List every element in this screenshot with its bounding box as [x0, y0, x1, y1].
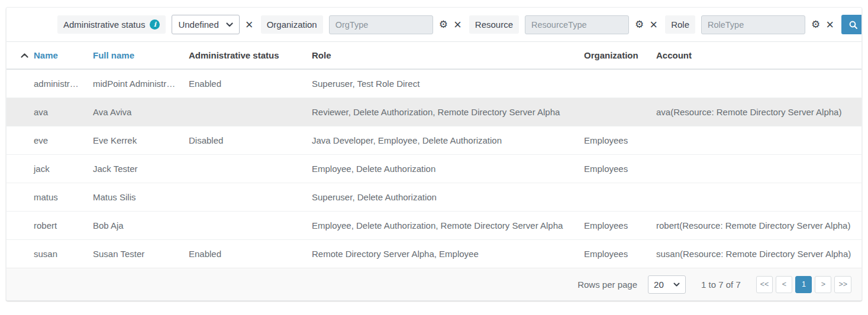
cell-account [651, 155, 861, 183]
close-icon[interactable]: × [454, 18, 462, 31]
cell-account [651, 69, 861, 98]
rows-per-page-label: Rows per page [577, 280, 637, 290]
cell-admin-status [184, 212, 307, 240]
cell-role: Java Developer, Employee, Delete Authori… [307, 126, 579, 155]
filter-label-text: Administrative status [63, 20, 145, 30]
cell-role: Reviewer, Delete Authorization, Remote D… [307, 98, 579, 126]
column-header-label: Account [656, 50, 692, 60]
rows-per-page-select[interactable]: 20 [648, 275, 686, 294]
cell-account [651, 183, 861, 212]
column-header-name[interactable]: Name [7, 42, 88, 69]
pagination-count-label: 1 to 7 of 7 [701, 280, 741, 290]
cell-organization [579, 183, 651, 212]
filter-label-text: Resource [475, 20, 513, 30]
column-header-label: Role [312, 50, 331, 60]
page-button[interactable]: << [756, 276, 773, 293]
user-table-body: administratormidPoint AdministratorEnabl… [7, 69, 861, 268]
users-panel: Administrative status i Undefined × Orga… [6, 7, 862, 301]
table-row[interactable]: jackJack TesterEmployee, Delete Authoriz… [7, 155, 861, 183]
column-header-account: Account [651, 42, 861, 69]
cell-full-name: Bob Aja [88, 212, 184, 240]
page-button[interactable]: > [815, 276, 831, 293]
cell-admin-status [184, 98, 307, 126]
close-icon[interactable]: × [650, 18, 657, 31]
cell-role: Employee, Delete Authorization, Remote D… [307, 212, 579, 240]
column-header-label: Administrative status [189, 50, 279, 60]
cell-name[interactable]: matus [7, 183, 88, 212]
search-button-group: Basic [841, 15, 862, 34]
cell-name[interactable]: susan [7, 240, 88, 268]
cell-admin-status: Enabled [184, 240, 307, 268]
chevron-down-icon [673, 282, 680, 287]
organization-filter-input[interactable] [329, 15, 433, 34]
cell-full-name: midPoint Administrator [88, 69, 184, 98]
cell-role: Remote Directory Server Alpha, Employee [307, 240, 579, 268]
cell-account [651, 126, 861, 155]
filter-resource: Resource ⚙ × [469, 15, 657, 34]
table-header-row: Name Full name Administrative status Rol… [7, 42, 861, 69]
page-button[interactable]: >> [834, 276, 851, 293]
cell-name[interactable]: robert [7, 212, 88, 240]
table-footer: Rows per page 20 1 to 7 of 7 <<<1>>> [7, 268, 861, 300]
cell-organization [579, 98, 651, 126]
column-header-role: Role [307, 42, 579, 69]
sort-ascending-icon [21, 53, 28, 58]
table-row[interactable]: avaAva AvivaReviewer, Delete Authorizati… [7, 98, 861, 126]
role-filter-input[interactable] [701, 15, 805, 34]
users-table: Name Full name Administrative status Rol… [7, 42, 861, 268]
table-row[interactable]: matusMatus SilisSuperuser, Delete Author… [7, 183, 861, 212]
cell-admin-status [184, 155, 307, 183]
table-row[interactable]: susanSusan TesterEnabledRemote Directory… [7, 240, 861, 268]
cell-account: susan(Resource: Remote Directory Server … [651, 240, 861, 268]
close-icon[interactable]: × [826, 18, 834, 31]
basic-search-button[interactable]: Basic [841, 15, 862, 34]
cell-admin-status: Disabled [184, 126, 307, 155]
resource-filter-input[interactable] [525, 15, 629, 34]
filter-label-text: Organization [267, 20, 317, 30]
administrative-status-select[interactable]: Undefined [172, 15, 239, 34]
filter-role-label: Role [665, 15, 695, 34]
administrative-status-select-value: Undefined [178, 20, 218, 30]
table-row[interactable]: administratormidPoint AdministratorEnabl… [7, 69, 861, 98]
cell-role: Superuser, Test Role Direct [307, 69, 579, 98]
cell-organization: Employees [579, 240, 651, 268]
page-button[interactable]: < [776, 276, 792, 293]
column-header-organization: Organization [579, 42, 651, 69]
gear-icon[interactable]: ⚙ [811, 20, 820, 30]
cell-full-name: Eve Kerrek [88, 126, 184, 155]
search-filter-bar: Administrative status i Undefined × Orga… [7, 8, 861, 42]
table-row[interactable]: eveEve KerrekDisabledJava Developer, Emp… [7, 126, 861, 155]
gear-icon[interactable]: ⚙ [439, 20, 448, 30]
filter-administrative-status-label: Administrative status i [57, 15, 166, 34]
cell-role: Employee, Delete Authorization [307, 155, 579, 183]
filter-organization-label: Organization [261, 15, 323, 34]
column-header-label: Organization [584, 50, 638, 60]
column-header-label: Full name [93, 50, 134, 60]
filter-role: Role ⚙ × [665, 15, 834, 34]
rows-per-page-value: 20 [654, 280, 664, 290]
column-header-administrative-status: Administrative status [184, 42, 307, 69]
table-row[interactable]: robertBob AjaEmployee, Delete Authorizat… [7, 212, 861, 240]
pagination: <<<1>>> [756, 276, 851, 293]
filter-label-text: Role [671, 20, 689, 30]
cell-name[interactable]: administrator [7, 69, 88, 98]
cell-full-name: Ava Aviva [88, 98, 184, 126]
cell-account: ava(Resource: Remote Directory Server Al… [651, 98, 861, 126]
cell-name[interactable]: ava [7, 98, 88, 126]
info-icon: i [150, 20, 160, 30]
cell-name[interactable]: jack [7, 155, 88, 183]
filter-organization: Organization ⚙ × [261, 15, 462, 34]
cell-organization: Employees [579, 212, 651, 240]
gear-icon[interactable]: ⚙ [635, 20, 644, 30]
cell-full-name: Matus Silis [88, 183, 184, 212]
cell-organization [579, 69, 651, 98]
column-header-label: Name [34, 50, 58, 60]
cell-name[interactable]: eve [7, 126, 88, 155]
cell-organization: Employees [579, 155, 651, 183]
column-header-full-name[interactable]: Full name [88, 42, 184, 69]
filter-resource-label: Resource [469, 15, 519, 34]
cell-admin-status: Enabled [184, 69, 307, 98]
page-button-current[interactable]: 1 [795, 276, 812, 293]
close-icon[interactable]: × [246, 18, 253, 31]
cell-role: Superuser, Delete Authorization [307, 183, 579, 212]
